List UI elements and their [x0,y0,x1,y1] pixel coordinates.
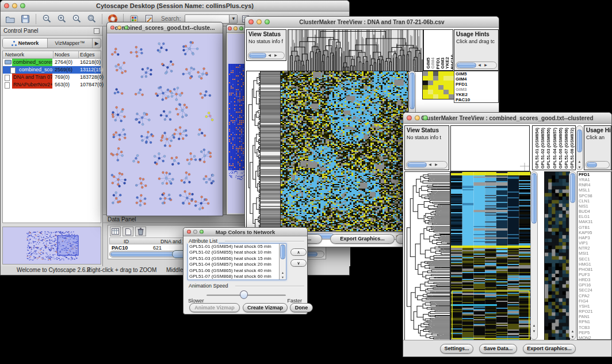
done-button[interactable]: Done [290,303,313,312]
gene-label[interactable]: HRD3 [577,277,611,282]
minimize-button[interactable] [193,230,197,234]
network-tree-row[interactable]: DNA and Tran 07769(0)183728(0) [3,74,101,81]
zoom-button[interactable] [239,26,243,30]
gene-label[interactable]: YRA1 [577,177,611,182]
tv1-row-label-strip[interactable] [260,71,281,232]
tv2-column-dendrogram[interactable] [450,125,530,171]
gene-label[interactable]: BUD4 [577,209,611,214]
minimize-button[interactable] [117,26,121,30]
gene-label[interactable]: MSI1 [577,251,611,256]
tv2-zoom-heatmap[interactable] [544,171,570,341]
settings-button[interactable]: Settings... [440,344,473,354]
gene-label[interactable]: RNR4 [577,182,611,187]
animate-vizmap-button[interactable]: Animate Vizmap [189,303,240,312]
attribute-list[interactable]: GPL51-01 (GSM854) heat shock 05 minGPL51… [188,243,286,280]
treeview1-titlebar[interactable]: ClusterMaker TreeView : DNA and Tran 07-… [245,17,499,28]
gene-label[interactable]: PEP5 [577,330,611,335]
scroll-left-button[interactable]: ◀ [476,62,483,68]
gene-label[interactable]: PUF3 [577,272,611,277]
view-status-hscrollbar[interactable]: ◀ ▶ [248,52,285,59]
gene-label[interactable]: HMG1 [577,262,611,267]
scroll-up-button[interactable]: ▲ [569,329,576,333]
gene-label[interactable]: PHO81 [577,267,611,272]
scrollbar-thumb[interactable] [531,173,537,224]
attribute-list-item[interactable]: GPL51-06 (GSM865) heat shock 40 min [188,268,286,274]
zoom-selected-icon[interactable] [70,13,83,25]
chevron-down-icon[interactable]: ▼ [229,15,237,23]
tv1-row-labels[interactable]: GIM5GIM4PFD1GIM3YKE2PAC10 [454,71,499,103]
scroll-down-button[interactable]: ▼ [569,335,576,339]
zoom-out-icon[interactable] [40,13,53,25]
gene-label[interactable]: CLN1 [577,198,611,204]
close-button[interactable] [110,26,114,30]
treeview2-titlebar[interactable]: ClusterMaker TreeView : combined_scores_… [403,113,611,124]
float-panel-icon[interactable] [94,28,100,34]
attribute-list-item[interactable]: GPL51-07 (GSM868) heat shock 60 min [188,274,286,279]
export-graphics-button[interactable]: Export Graphics... [330,234,395,244]
zoom-button[interactable] [265,20,270,25]
scroll-up-button[interactable]: ▲ [531,324,537,327]
gene-label[interactable]: FIG4 [577,298,611,304]
tv1-row-dendrogram[interactable] [246,71,261,232]
network-view-canvas[interactable] [108,35,223,216]
close-button[interactable] [4,3,9,9]
close-button[interactable] [407,116,412,121]
view-status-hscrollbar[interactable]: ◀ ▶ [406,161,447,168]
usage-hints-hscrollbar[interactable]: ◀ ▶ [456,62,497,69]
gene-label[interactable]: NIS1 [577,204,611,209]
scrollbar-thumb[interactable] [457,63,476,68]
tv2-row-dendrogram[interactable] [404,171,450,341]
slider-thumb[interactable] [240,290,248,299]
network-tree-row[interactable]: RNAPuberNov2+563(0)107847(0) [3,81,101,89]
scrollbar-thumb[interactable] [570,173,575,203]
tab-network[interactable]: Network [3,39,48,48]
gene-label[interactable]: ELG1 [577,214,611,219]
row-label[interactable]: GIM3 [454,87,498,92]
close-button[interactable] [228,26,232,30]
scroll-up-button[interactable]: ▲ [576,160,583,163]
minimize-button[interactable] [234,26,238,30]
open-session-icon[interactable] [4,13,17,25]
network-tree-row[interactable]: combined_scores2764(0)16218(0) [3,59,101,66]
tv2-column-vscrollbar[interactable]: ▲ ▼ [576,125,583,170]
tab-overflow-button[interactable]: ▶ [93,39,101,48]
zoom-button[interactable] [423,116,428,121]
zoom-in-icon[interactable] [55,13,68,25]
row-label[interactable]: PAC10 [454,97,498,102]
tv1-column-dendrogram[interactable] [288,29,423,72]
scrollbar-thumb[interactable] [280,244,285,259]
tv2-global-heatmap[interactable] [450,171,531,341]
gene-label[interactable]: VIP1 [577,240,611,246]
zoom-button[interactable] [20,3,25,9]
scroll-left-button[interactable]: ◀ [266,52,273,59]
gene-label[interactable]: KAP95 [577,230,611,235]
new-attribute-icon[interactable] [123,227,133,236]
gene-label[interactable]: RPO21 [577,309,611,314]
network-tree-row[interactable]: combined_sco2569(6)13112(15) [3,66,101,74]
gene-label[interactable]: GTB1 [577,225,611,230]
attribute-select-icon[interactable] [110,227,121,236]
row-label[interactable]: GIM4 [454,76,498,82]
close-button[interactable] [187,230,191,234]
gene-label[interactable]: NTR2 [577,246,611,251]
tv2-gene-list[interactable]: PFD1YRA1RNR4MSL1SPC98CLN1NIS1BUD4ELG1MAK… [577,171,611,340]
gene-label[interactable]: PAN1 [577,314,611,319]
zoom-button[interactable] [124,26,128,30]
save-data-button[interactable]: Save Data... [479,344,517,354]
scroll-right-button[interactable]: ▶ [483,62,489,68]
save-session-icon[interactable] [19,13,32,25]
minimize-button[interactable] [12,3,17,9]
gene-label[interactable]: GPI16 [577,282,611,288]
gene-label[interactable]: MAK31 [577,219,611,224]
zoom-fit-icon[interactable] [85,13,98,25]
scrollbar-thumb[interactable] [407,162,427,167]
attribute-list-item[interactable]: GPL51-01 (GSM854) heat shock 05 min [188,244,286,250]
main-titlebar[interactable]: Cytoscape Desktop (Session Name: collins… [1,1,349,12]
scrollbar-thumb[interactable] [587,162,597,167]
gene-label[interactable]: MON2 [577,335,611,340]
scroll-right-button[interactable]: ▶ [273,52,279,59]
dialog-titlebar[interactable]: Map Colors to Network [183,228,307,236]
scroll-down-button[interactable]: ▼ [531,329,537,333]
close-button[interactable] [248,20,254,25]
move-attribute-down-button[interactable]: ∨ [290,259,307,267]
